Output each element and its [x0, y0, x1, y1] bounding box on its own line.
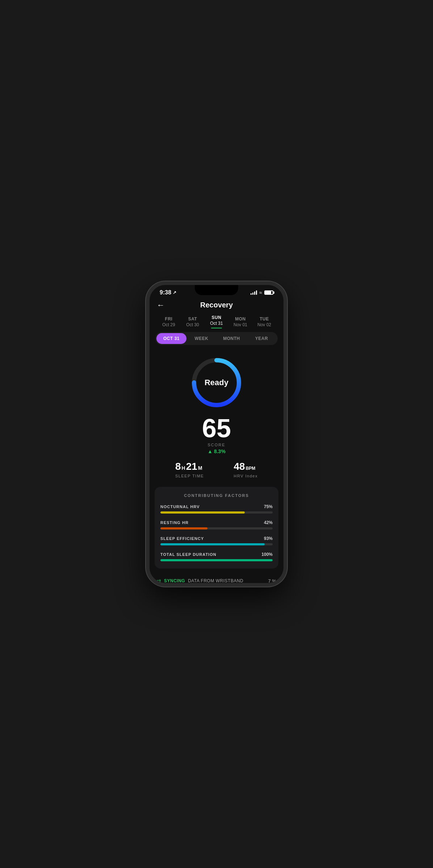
date-fri: Oct 29 — [162, 322, 175, 327]
score-value: 65 — [202, 415, 231, 441]
sleep-time-label: SLEEP TIME — [175, 474, 204, 478]
day-fri: FRI — [165, 316, 173, 322]
active-date-indicator — [211, 328, 222, 328]
factor-rhr-name: RESTING HR — [160, 520, 189, 525]
header: ← Recovery — [150, 298, 283, 313]
tab-oct31[interactable]: OCT 31 — [156, 333, 186, 344]
factor-sd-pct: 100% — [261, 552, 273, 557]
date-mon: Nov 01 — [234, 322, 247, 327]
page-title: Recovery — [200, 301, 233, 309]
tab-week[interactable]: WEEK — [186, 333, 216, 344]
location-icon: ↗ — [173, 290, 176, 295]
status-time: 9:38 ↗ — [160, 289, 176, 296]
score-change: ▲ 8.3% — [202, 448, 231, 454]
recovery-ring-section: Ready 65 SCORE ▲ 8.3% — [150, 350, 283, 454]
hrv-value: 48BPM — [234, 461, 258, 472]
tab-month[interactable]: MONTH — [216, 333, 247, 344]
date-tue: Nov 02 — [257, 322, 271, 327]
date-item-fri[interactable]: FRI Oct 29 — [157, 316, 181, 327]
factor-se-pct: 93% — [264, 536, 273, 541]
sync-percentage: 7 % — [268, 578, 276, 583]
day-sat: SAT — [188, 316, 197, 322]
date-item-sun[interactable]: SUN Oct 31 — [205, 315, 228, 328]
sleep-hours: 8 — [175, 461, 181, 472]
date-sun: Oct 31 — [210, 321, 223, 326]
score-label: SCORE — [202, 443, 231, 447]
factor-hrv-bar-bg — [160, 511, 273, 514]
date-sat: Oct 30 — [186, 322, 199, 327]
day-tue: TUE — [260, 316, 269, 322]
back-button[interactable]: ← — [157, 301, 165, 310]
day-mon: MON — [235, 316, 246, 322]
factor-se-bar-bg — [160, 543, 273, 545]
factor-hrv-pct: 75% — [264, 504, 273, 509]
syncing-label: SYNCING — [164, 578, 185, 583]
date-item-mon[interactable]: MON Nov 01 — [228, 316, 252, 327]
day-sun: SUN — [212, 315, 222, 320]
sync-left: ⇄ SYNCING DATA FROM WRISTBAND — [157, 578, 243, 583]
factor-se-bar-fill — [160, 543, 265, 545]
phone-frame: 9:38 ↗ ≈ ← Recovery — [146, 281, 287, 587]
metrics-row: 8H 21M SLEEP TIME 48BPM HRV Index — [150, 454, 283, 482]
metric-hrv: 48BPM HRV Index — [234, 461, 258, 478]
metric-sleep-time: 8H 21M SLEEP TIME — [175, 461, 204, 478]
sleep-minutes: 21 — [186, 461, 197, 472]
date-item-tue[interactable]: TUE Nov 02 — [252, 316, 276, 327]
sync-info-label: DATA FROM WRISTBAND — [188, 578, 243, 583]
time-display: 9:38 — [160, 289, 171, 296]
battery-icon — [264, 290, 273, 295]
factor-sleep-efficiency: SLEEP EFFICIENCY 93% — [160, 536, 273, 545]
hrv-label: HRV Index — [234, 474, 258, 478]
date-item-sat[interactable]: SAT Oct 30 — [181, 316, 205, 327]
date-navigation: FRI Oct 29 SAT Oct 30 SUN Oct 31 MON Nov… — [150, 313, 283, 332]
sleep-time-value: 8H 21M — [175, 461, 204, 472]
phone-screen: 9:38 ↗ ≈ ← Recovery — [150, 285, 283, 583]
recovery-ring: Ready — [188, 354, 245, 412]
factor-nocturnal-hrv: NOCTURNAL HRV 75% — [160, 504, 273, 514]
tab-year[interactable]: YEAR — [247, 333, 277, 344]
factor-resting-hr: RESTING HR 42% — [160, 520, 273, 529]
factor-sleep-duration: TOTAL SLEEP DURATION 100% — [160, 552, 273, 561]
factor-sd-name: TOTAL SLEEP DURATION — [160, 552, 216, 557]
factor-rhr-pct: 42% — [264, 520, 273, 525]
factor-sd-bar-fill — [160, 559, 273, 561]
factor-se-name: SLEEP EFFICIENCY — [160, 536, 204, 541]
signal-icon — [251, 290, 257, 295]
sleep-m-unit: M — [198, 465, 202, 471]
factor-hrv-bar-fill — [160, 511, 245, 514]
notch — [195, 285, 238, 295]
factors-title: CONTRIBUTING FACTORS — [160, 493, 273, 498]
factor-rhr-bar-bg — [160, 527, 273, 529]
sync-bar: ⇄ SYNCING DATA FROM WRISTBAND 7 % — [150, 574, 283, 583]
contributing-factors-card: CONTRIBUTING FACTORS NOCTURNAL HRV 75% R… — [155, 487, 278, 569]
sleep-h-unit: H — [182, 465, 185, 471]
factor-sd-bar-bg — [160, 559, 273, 561]
hrv-unit: BPM — [246, 466, 256, 471]
score-section: 65 SCORE ▲ 8.3% — [202, 415, 231, 454]
factor-hrv-name: NOCTURNAL HRV — [160, 505, 200, 509]
period-tabs: OCT 31 WEEK MONTH YEAR — [155, 332, 278, 345]
factor-rhr-bar-fill — [160, 527, 207, 529]
ring-label: Ready — [205, 378, 228, 387]
status-icons: ≈ — [251, 290, 273, 295]
sync-icon: ⇄ — [157, 578, 161, 583]
hrv-number: 48 — [234, 461, 245, 472]
wifi-icon: ≈ — [259, 290, 262, 295]
